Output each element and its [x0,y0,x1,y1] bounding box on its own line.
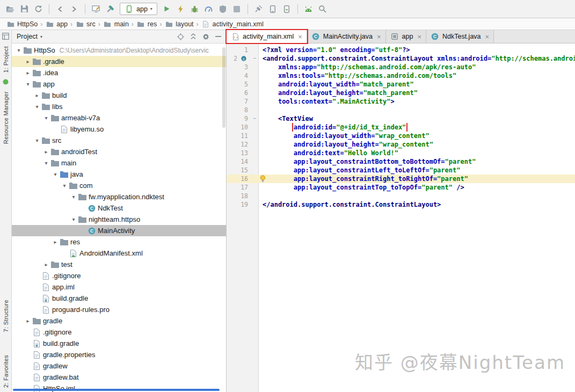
tab-app[interactable]: app× [386,30,426,43]
profiler-button[interactable] [202,2,216,16]
tree-row-gitignore[interactable]: .gitignore [12,326,226,338]
run-play-button[interactable] [160,2,174,16]
code-line-11[interactable]: 11 android:layout_width="wrap_content" [227,132,575,140]
locate-icon[interactable] [177,33,184,40]
tree-row-gradlew[interactable]: gradlew [12,360,226,372]
gutter-cell[interactable]: 5 [227,80,251,89]
fold-marker-icon[interactable]: − [251,54,258,63]
breadcrumb-item-activity-main-xml[interactable]: activity_main.xml [200,20,265,28]
collapse-all-icon[interactable] [190,33,196,40]
chevron-expanded-icon[interactable]: ▾ [51,171,60,177]
tree-row-androidtest[interactable]: ▸androidTest [12,146,226,157]
tree-row-libyemu-so[interactable]: libyemu.so [12,124,226,135]
search-button[interactable] [316,2,330,16]
chevron-expanded-icon[interactable]: ▾ [69,194,78,200]
breadcrumb-item-main[interactable]: main [101,20,130,28]
device-file-explorer-button[interactable] [266,2,280,16]
tree-row-gradle-properties[interactable]: gradle.properties [12,349,226,360]
code-line-15[interactable]: 15 app:layout_constraintLeft_toLeftOf="p… [227,166,575,175]
tool-window-button-1-project[interactable]: 1: Project [3,46,9,72]
chevron-expanded-icon[interactable]: ▾ [24,81,32,87]
settings-gear-icon[interactable] [202,33,209,40]
gutter-cell[interactable]: 1 [227,46,251,54]
chevron-expanded-icon[interactable]: ▾ [42,160,50,166]
green-ball-icon[interactable] [3,79,9,85]
chevron-expanded-icon[interactable]: ▾ [33,137,41,143]
code-line-19[interactable]: 19</android.support.constraint.Constrain… [227,200,575,209]
tree-row-mainactivity[interactable]: CMainActivity [12,225,226,236]
tree-row-idea[interactable]: ▸.idea [12,67,226,78]
hide-icon[interactable] [215,35,221,38]
close-icon[interactable]: × [417,33,421,41]
apply-changes-button[interactable] [174,2,188,16]
chevron-expanded-icon[interactable]: ▾ [42,115,50,121]
tree-row-gitignore[interactable]: .gitignore [12,270,226,281]
close-icon[interactable]: × [377,33,381,41]
project-tool-icon[interactable] [2,33,9,40]
breadcrumb-item-httpso[interactable]: HttpSo [4,20,39,28]
code-line-7[interactable]: 7 tools:context=".MainActivity"> [227,97,575,106]
code-line-5[interactable]: 5 android:layout_width="match_parent" [227,80,575,89]
tree-row-ndktest[interactable]: CNdkTest [12,202,226,214]
chevron-collapsed-icon[interactable]: ▸ [24,59,32,64]
tab-activity-main-xml[interactable]: activity_main.xml× [227,30,307,43]
gutter-cell[interactable]: 17 [227,183,251,192]
tool-window-button-2-favorites[interactable]: 2: Favorites [3,355,9,388]
fold-marker-icon[interactable]: − [251,114,258,123]
code-line-14[interactable]: 14 app:layout_constraintBottom_toBottomO… [227,157,575,166]
lightbulb-icon[interactable] [260,175,266,183]
project-view-selector[interactable]: Project ▾ [17,33,42,40]
editor-code[interactable]: 1<?xml version="1.0" encoding="utf-8"?>2… [227,43,575,392]
breadcrumb-item-res[interactable]: res [135,20,158,28]
chevron-collapsed-icon[interactable]: ▸ [33,92,41,98]
gutter-cell[interactable]: 12 [227,140,251,149]
chevron-collapsed-icon[interactable]: ▸ [24,318,32,324]
tab-mainactivity-java[interactable]: CMainActivity.java× [307,30,386,43]
code-line-18[interactable]: 18 [227,192,575,200]
forward-arrow-button[interactable] [67,2,81,16]
chevron-expanded-icon[interactable]: ▾ [69,216,78,222]
close-icon[interactable]: × [298,33,302,41]
tree-horizontal-scrollbar[interactable] [13,389,220,391]
breadcrumb-item-src[interactable]: src [74,20,97,28]
gutter-cell[interactable]: 7 [227,97,251,106]
tree-row-nightteam-httpso[interactable]: ▾nightteam.httpso [12,214,226,225]
tree-row-test[interactable]: ▸test [12,259,226,270]
tree-row-gradle[interactable]: ▸.gradle [12,56,226,67]
code-line-16[interactable]: 16 app:layout_constraintRight_toRightOf=… [227,175,575,183]
tree-row-app[interactable]: ▾app [12,78,226,90]
chevron-collapsed-icon[interactable]: ▸ [24,70,32,76]
breadcrumb-item-app[interactable]: app [43,20,69,28]
stop-button[interactable] [230,2,244,16]
tool-window-button-7-structure[interactable]: 7: Structure [3,300,9,332]
chevron-collapsed-icon[interactable]: ▸ [51,239,60,245]
tree-row-armeabi-v7a[interactable]: ▾armeabi-v7a [12,112,226,124]
back-arrow-button[interactable] [53,2,67,16]
gutter-cell[interactable]: 11 [227,132,251,140]
tree-row-java[interactable]: ▾java [12,169,226,180]
breadcrumb-item-layout[interactable]: layout [163,20,195,28]
tree-row-main[interactable]: ▾main [12,157,226,169]
gutter-cell[interactable]: 2c [227,54,251,63]
tree-row-app-iml[interactable]: app.iml [12,281,226,293]
code-line-9[interactable]: 9− <TextView [227,114,575,123]
gutter-cell[interactable]: 8 [227,106,251,114]
tree-row-androidmanifest-xml[interactable]: AndroidManifest.xml [12,248,226,259]
gutter-cell[interactable]: 10 [227,123,251,132]
gutter-cell[interactable]: 4 [227,71,251,80]
gutter-cell[interactable]: 14 [227,157,251,166]
sdk-manager-button[interactable] [302,2,316,16]
code-line-13[interactable]: 13 android:text="Hello World!" [227,149,575,157]
gutter-cell[interactable]: 18 [227,192,251,200]
chevron-collapsed-icon[interactable]: ▸ [42,149,50,155]
code-line-10[interactable]: 10 android:id="@+id/id_tx_index" [227,123,575,132]
code-line-12[interactable]: 12 android:layout_height="wrap_content" [227,140,575,149]
chevron-collapsed-icon[interactable]: ▸ [42,262,50,267]
tree-row-gradlew-bat[interactable]: gradlew.bat [12,372,226,383]
code-line-8[interactable]: 8 [227,106,575,114]
chevron-expanded-icon[interactable]: ▾ [60,183,69,188]
close-icon[interactable]: × [485,33,490,41]
build-hammer-button[interactable] [103,2,117,16]
chevron-expanded-icon[interactable]: ▾ [33,104,41,110]
tree-row-res[interactable]: ▸res [12,236,226,248]
